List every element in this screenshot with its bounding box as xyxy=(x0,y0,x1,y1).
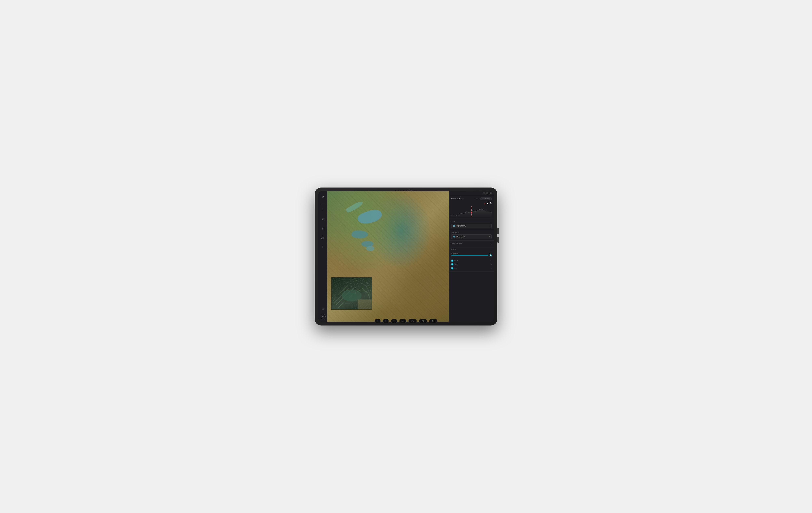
side-buttons xyxy=(497,228,499,243)
data-item-label-4401: 4401 xyxy=(454,260,458,262)
map-area[interactable] xyxy=(327,191,449,322)
chart-value-area: ▲ 7.4 xyxy=(451,201,492,205)
sidebar-icon-chart[interactable] xyxy=(320,235,326,240)
source-value: Histogram xyxy=(456,236,488,238)
data-section: DATA – Quantity, k 7 100 xyxy=(449,247,494,272)
bottom-bar: ☀ ☀ ◁) ◁)) P1 P2 P3 xyxy=(375,319,437,323)
sidebar-icon-globe[interactable]: ◉ xyxy=(320,225,326,231)
time-frame-section: TIME FRAME + xyxy=(449,241,494,247)
data-item-998: ✓ 998 – xyxy=(451,267,492,270)
title-bar: – □ ✕ xyxy=(449,191,494,196)
sidebar-bottom: ◎ + xyxy=(320,306,326,320)
brightness-up-icon: ☀ xyxy=(385,320,386,322)
water-card-header: Water Surface Status Select One ▾ xyxy=(451,198,492,200)
data-item-label-998: 998 xyxy=(454,268,457,269)
map-background xyxy=(327,191,449,322)
data-item-action-998[interactable]: – xyxy=(491,267,492,269)
source-section: Source ◈ Histogram ▾ xyxy=(449,230,494,241)
inset-map xyxy=(331,277,372,310)
dropdown-chevron-icon: ▾ xyxy=(489,198,490,200)
status-dropdown[interactable]: Select One ▾ xyxy=(480,198,492,200)
side-button-1[interactable] xyxy=(497,228,499,234)
sidebar-icon-camera[interactable]: ▣ xyxy=(320,216,326,222)
type-chevron-icon: ▾ xyxy=(489,225,490,227)
volume-down-button[interactable]: ◁) xyxy=(391,319,397,323)
type-dropdown[interactable]: ◈ Topography ▾ xyxy=(451,223,492,228)
data-item-action-2015[interactable]: – xyxy=(491,263,492,265)
sidebar-icon-clock[interactable]: ○ xyxy=(320,207,326,212)
screen: ⊙ ○ ▣ ◉ ✦ ◎ + xyxy=(318,191,494,322)
checkbox-2015[interactable]: ✓ xyxy=(451,263,453,265)
data-section-collapse-button[interactable]: – xyxy=(490,249,492,251)
checkbox-4401[interactable]: ✓ xyxy=(451,260,453,262)
maximize-button[interactable]: □ xyxy=(486,192,488,194)
data-item-4401: ✓ 4401 – xyxy=(451,259,492,262)
tablet-device: ⊙ ○ ▣ ◉ ✦ ◎ + xyxy=(315,187,497,326)
svg-rect-6 xyxy=(358,300,372,309)
water-surface-card: Water Surface Status Select One ▾ ▲ 7.4 xyxy=(449,196,494,219)
p2-button[interactable]: P2 xyxy=(419,319,427,323)
source-icon: ◈ xyxy=(453,236,455,238)
water-surface-title: Water Surface xyxy=(451,198,463,200)
chart-value-number: 7.4 xyxy=(487,201,492,205)
brightness-down-button[interactable]: ☀ xyxy=(375,319,381,323)
mini-chart xyxy=(451,206,492,217)
sidebar-add-button[interactable]: + xyxy=(320,314,326,320)
source-section-label: Source xyxy=(451,232,492,233)
sidebar: ⊙ ○ ▣ ◉ ✦ ◎ + xyxy=(318,191,327,322)
svg-rect-3 xyxy=(324,237,324,239)
type-section: Type ◈ Topography ▾ xyxy=(449,219,494,230)
sidebar-icon-headphone[interactable]: ◎ xyxy=(320,306,326,312)
right-panel: – □ ✕ Water Surface Status Select One ▾ xyxy=(449,191,494,322)
time-frame-header: TIME FRAME + xyxy=(451,242,492,245)
svg-rect-0 xyxy=(321,238,322,239)
time-frame-add-button[interactable]: + xyxy=(490,243,492,245)
svg-point-8 xyxy=(471,212,472,213)
status-label: Status xyxy=(475,198,480,200)
sidebar-icon-settings[interactable]: ✦ xyxy=(320,244,326,250)
svg-rect-2 xyxy=(323,237,323,239)
checkmark-998-icon: ✓ xyxy=(452,268,453,269)
side-button-2[interactable] xyxy=(497,237,499,243)
data-items-list: ✓ 4401 – ✓ 2015 – xyxy=(451,259,492,270)
checkbox-998[interactable]: ✓ xyxy=(451,267,453,269)
brightness-down-icon: ☀ xyxy=(377,320,378,322)
data-section-header: DATA – xyxy=(451,249,492,251)
main-content: – □ ✕ Water Surface Status Select One ▾ xyxy=(327,191,494,322)
data-item-label-2015: 2015 xyxy=(454,264,458,265)
slider-range: 7 100 xyxy=(451,256,492,258)
volume-up-icon: ◁)) xyxy=(402,320,404,322)
chart-svg xyxy=(451,206,492,217)
minimize-button[interactable]: – xyxy=(483,192,485,194)
slider-max-value: 100 xyxy=(489,256,492,258)
p3-button[interactable]: P3 xyxy=(429,319,437,323)
close-button[interactable]: ✕ xyxy=(490,192,492,194)
data-item-action-4401[interactable]: – xyxy=(491,260,492,262)
p1-button[interactable]: P1 xyxy=(408,319,417,323)
checkmark-2015-icon: ✓ xyxy=(452,264,453,265)
sidebar-divider-1 xyxy=(320,203,325,203)
sidebar-icon-target[interactable]: ⊙ xyxy=(320,193,326,199)
slider-thumb[interactable] xyxy=(490,254,492,256)
brightness-up-button[interactable]: ☀ xyxy=(383,319,389,323)
svg-point-5 xyxy=(343,293,357,301)
type-value: Topography xyxy=(456,225,488,227)
volume-down-icon: ◁) xyxy=(393,320,395,322)
quantity-label: Quantity, k xyxy=(451,252,492,254)
slider-fill xyxy=(451,255,488,255)
inset-map-content xyxy=(331,277,372,309)
data-item-2015: ✓ 2015 – xyxy=(451,263,492,266)
source-chevron-icon: ▾ xyxy=(489,236,490,238)
slider-track[interactable] xyxy=(451,255,492,255)
status-area: Status Select One ▾ xyxy=(475,198,492,200)
quantity-slider-container: Quantity, k 7 100 xyxy=(451,252,492,258)
time-frame-label: TIME FRAME xyxy=(451,242,462,244)
contour-lines xyxy=(331,277,372,309)
volume-up-button[interactable]: ◁)) xyxy=(399,319,406,323)
slider-min-value: 7 xyxy=(451,256,452,258)
source-dropdown[interactable]: ◈ Histogram ▾ xyxy=(451,234,492,239)
value-arrow-icon: ▲ xyxy=(484,202,486,204)
type-icon: ◈ xyxy=(453,225,455,227)
type-section-label: Type xyxy=(451,221,492,222)
data-section-label: DATA xyxy=(451,249,456,250)
